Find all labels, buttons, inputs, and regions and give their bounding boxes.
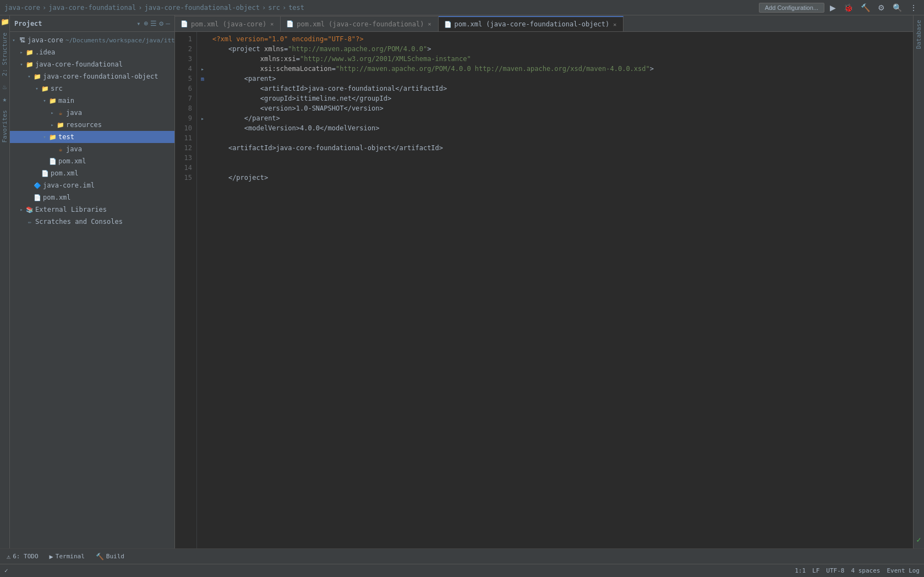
indent-setting[interactable]: 4 spaces: [851, 567, 880, 574]
code-line-7[interactable]: <groupId>ittimeline.net</groupId>: [212, 94, 913, 103]
tree-icon: 🔷: [33, 182, 42, 189]
code-segment: <groupId>: [260, 94, 296, 103]
tab-label: pom.xml (java-core): [191, 20, 266, 28]
gutter-item-5[interactable]: m: [197, 74, 208, 84]
search-button[interactable]: 🔍: [890, 2, 904, 13]
gutter-item-4[interactable]: ▸: [197, 64, 208, 74]
favorites-label[interactable]: Favorites: [0, 106, 9, 147]
breadcrumb-item-5[interactable]: test: [288, 4, 304, 12]
tree-item-n16[interactable]: ✏ Scratches and Consoles: [10, 216, 174, 228]
tree-label: pom.xml: [43, 194, 71, 201]
build-button[interactable]: 🔨 Build: [91, 552, 129, 562]
todo-button[interactable]: ⚠ 6: TODO: [2, 552, 43, 562]
tree-item-n1[interactable]: ▾ 🏗 java-core ~/Documents/workspace/java…: [10, 34, 174, 46]
tree-item-n3[interactable]: ▾ 📁 java-core-foundational: [10, 58, 174, 70]
tab-close-icon[interactable]: ✕: [269, 20, 275, 28]
tree-item-n6[interactable]: ▾ 📁 main: [10, 95, 174, 107]
line-ending[interactable]: LF: [812, 567, 819, 574]
code-line-12[interactable]: <artifactId>java-core-foundational-objec…: [212, 143, 913, 153]
favorites-icon[interactable]: ★: [2, 93, 8, 106]
run-button[interactable]: ▶: [828, 2, 838, 13]
project-icon[interactable]: 📁: [0, 15, 10, 28]
git-branch-item[interactable]: ✓: [4, 567, 8, 574]
maven-icon[interactable]: ♨: [2, 80, 8, 93]
code-line-6[interactable]: <artifactId>java-core-foundational</arti…: [212, 84, 913, 94]
code-line-3[interactable]: xmlns:xsi="http://www.w3.org/2001/XMLSch…: [212, 54, 913, 64]
line-number-12: 12: [175, 143, 192, 153]
tree-label: java: [66, 145, 82, 153]
tab-tab1[interactable]: 📄 pom.xml (java-core) ✕: [175, 16, 281, 31]
event-log[interactable]: Event Log: [887, 567, 920, 574]
code-line-15[interactable]: </project>: [212, 173, 913, 183]
tab-close-icon[interactable]: ✕: [612, 21, 617, 28]
code-line-11[interactable]: [212, 133, 913, 143]
code-editor[interactable]: <?xml version="1.0" encoding="UTF-8"?> <…: [208, 32, 913, 548]
code-line-10[interactable]: <modelVersion>4.0.0</modelVersion>: [212, 123, 913, 133]
line-number-13: 13: [175, 153, 192, 163]
tree-item-n7[interactable]: ▸ ☕ java: [10, 107, 174, 119]
code-segment: java-core-foundational-object: [276, 143, 392, 153]
tab-close-icon[interactable]: ✕: [427, 20, 433, 28]
code-line-4[interactable]: xsi:schemaLocation="http://maven.apache.…: [212, 64, 913, 74]
code-line-13[interactable]: [212, 153, 913, 163]
tree-item-n8[interactable]: ▸ 📁 resources: [10, 119, 174, 131]
tree-arrow: ▸: [18, 207, 25, 212]
locate-icon[interactable]: ⊕: [144, 19, 149, 28]
todo-label: 6: TODO: [13, 553, 38, 560]
project-panel-header: Project ▾ ⊕ ☰ ⚙ —: [10, 15, 174, 32]
more-button[interactable]: ⋮: [907, 2, 920, 13]
tree-item-n15[interactable]: ▸ 📚 External Libraries: [10, 204, 174, 216]
gutter-item-14: [197, 163, 208, 173]
build-button[interactable]: 🔨: [859, 2, 872, 13]
close-panel-icon[interactable]: —: [166, 19, 170, 28]
database-label[interactable]: Database: [915, 20, 922, 49]
tree-item-n12[interactable]: 📄 pom.xml: [10, 167, 174, 179]
debug-button[interactable]: 🐞: [841, 2, 855, 13]
breadcrumb-item-2[interactable]: java-core-foundational: [48, 4, 136, 12]
breadcrumb-item-3[interactable]: java-core-foundational-object: [144, 4, 260, 12]
left-sidebar-strip: 📁 2: Structure ♨ ★ Favorites: [0, 15, 10, 548]
settings-button[interactable]: ⚙: [876, 2, 887, 13]
structure-label[interactable]: 2: Structure: [0, 28, 9, 80]
breadcrumb-item-1[interactable]: java-core: [4, 4, 40, 12]
tree-item-n14[interactable]: 📄 pom.xml: [10, 191, 174, 204]
project-header-title: Project: [14, 20, 133, 28]
gutter-item-9[interactable]: ▸: [197, 113, 208, 123]
project-dropdown-icon[interactable]: ▾: [136, 20, 140, 28]
code-line-14[interactable]: [212, 163, 913, 173]
code-line-8[interactable]: <version>1.0-SNAPSHOT</version>: [212, 103, 913, 113]
code-segment: java-core-foundational: [308, 84, 395, 94]
tree-item-n11[interactable]: 📄 pom.xml: [10, 155, 174, 167]
tree-hint: ~/Documents/workspace/java/ittime: [65, 37, 174, 44]
tab-tab2[interactable]: 📄 pom.xml (java-core-foundational) ✕: [281, 16, 438, 31]
line-number-2: 2: [175, 44, 192, 54]
code-line-5[interactable]: <parent>: [212, 74, 913, 84]
tree-item-n10[interactable]: ☕ java: [10, 143, 174, 155]
tree-item-n9[interactable]: ▾ 📁 test: [10, 131, 174, 143]
line-number-10: 10: [175, 123, 192, 133]
tree-item-n2[interactable]: ▸ 📁 .idea: [10, 46, 174, 58]
collapse-icon[interactable]: ☰: [150, 19, 157, 28]
settings-icon[interactable]: ⚙: [159, 19, 163, 28]
tree-label: .idea: [35, 48, 55, 56]
tree-item-n5[interactable]: ▾ 📁 src: [10, 83, 174, 95]
tree-item-n13[interactable]: 🔷 java-core.iml: [10, 179, 174, 191]
code-segment: [212, 103, 260, 113]
tree-arrow: ▸: [48, 110, 56, 116]
cursor-position[interactable]: 1:1: [795, 567, 806, 574]
tree-arrow: ▸: [48, 122, 56, 128]
tab-tab3[interactable]: 📄 pom.xml (java-core-foundational-object…: [439, 16, 624, 31]
encoding[interactable]: UTF-8: [826, 567, 844, 574]
add-configuration-button[interactable]: Add Configuration...: [759, 3, 824, 13]
terminal-button[interactable]: ▶ Terminal: [45, 552, 89, 562]
code-segment: [212, 74, 244, 84]
code-line-2[interactable]: <project xmlns="http://maven.apache.org/…: [212, 44, 913, 54]
code-segment: =: [296, 54, 300, 64]
tree-icon: 🏗: [18, 37, 26, 44]
code-line-9[interactable]: </parent>: [212, 113, 913, 123]
tree-item-n4[interactable]: ▾ 📁 java-core-foundational-object: [10, 70, 174, 83]
line-number-3: 3: [175, 54, 192, 64]
code-line-1[interactable]: <?xml version="1.0" encoding="UTF-8"?>: [212, 34, 913, 44]
breadcrumb-item-4[interactable]: src: [268, 4, 280, 12]
code-segment: </project>: [228, 173, 268, 183]
